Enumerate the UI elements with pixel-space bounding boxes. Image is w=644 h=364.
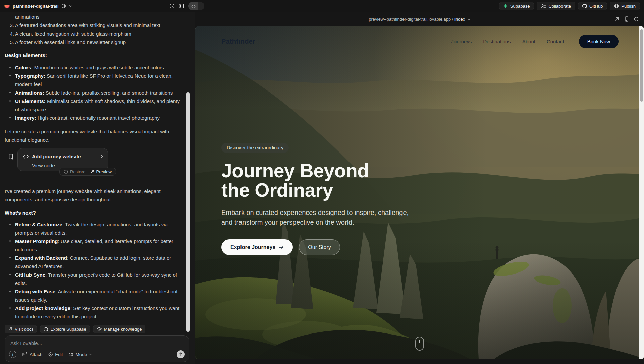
site-scrollbar-thumb[interactable] [640,29,643,102]
chat-scrollbar[interactable] [186,92,190,332]
hero-section: Discover the extraordinary Journey Beyon… [221,143,418,255]
supabase-button[interactable]: Supabase [499,2,534,10]
github-icon [582,4,587,8]
assistant-paragraph: Let me create a premium journey website … [5,127,182,144]
refresh-icon[interactable] [634,17,639,21]
chevron-down-icon [89,353,92,356]
generation-card-row: Add journey website View code Restore [5,148,182,175]
arrow-right-icon [279,245,284,249]
toggle-sidebar-icon[interactable] [179,3,184,9]
card-title: Add journey website [32,152,97,161]
explore-supabase-button[interactable]: Explore Supabase [40,325,90,333]
open-external-icon[interactable] [614,17,619,21]
list-item: 5.A footer with essential links and news… [5,38,182,46]
list-item: Master Prompting: Use clear, detailed, a… [5,237,182,254]
hero-subtitle: Embark on curated experiences designed t… [221,208,418,227]
whats-next-heading: What's next? [5,208,182,217]
preview-pane: preview--pathfinder-digital-trail.lovabl… [195,12,644,364]
mobile-view-icon[interactable] [625,16,629,22]
next-steps-list: Refine & Customize: Tweak the design, an… [5,220,182,321]
code-icon [23,155,29,159]
arrow-up-right-icon [8,327,12,331]
assistant-paragraph: I've created a premium journey website w… [5,187,182,204]
history-icon[interactable] [169,3,175,9]
manage-knowledge-button[interactable]: Manage knowledge [93,325,146,333]
chevron-right-icon [100,154,103,159]
graduation-cap-icon [97,327,102,331]
project-menu-chevron-icon[interactable] [69,4,72,8]
github-button[interactable]: GitHub [578,2,607,10]
list-item: 3.A featured destinations area with stri… [5,21,182,29]
supabase-icon [503,4,508,8]
quick-actions-row: Visit docs Explore Supabase Manage knowl… [5,325,182,333]
book-now-button[interactable]: Book Now [579,35,619,48]
restore-button[interactable]: Restore [64,168,86,176]
nav-link-about[interactable]: About [522,39,535,44]
site-scrollbar[interactable] [639,26,644,359]
design-bullet-list: Colors: Monochromatic whites and grays w… [5,63,182,122]
preview-button[interactable]: Preview [90,168,112,176]
scroll-indicator [415,337,424,351]
feature-numbered-list: 3.A featured destinations area with stri… [5,21,182,46]
list-item: Refine & Customize: Tweak the design, an… [5,220,182,237]
publish-button[interactable]: Publish [610,2,640,10]
globe-status-icon [61,4,66,8]
toggle-knob [198,2,204,10]
list-item: Typography: San-serif fonts like SF Pro … [5,72,182,88]
list-item: Expand with Backend: Connect Supabase to… [5,254,182,270]
chat-input-box[interactable]: + Attach Edit Mode [5,335,189,362]
list-item: GitHub Sync: Transfer your project's cod… [5,270,182,287]
attach-button[interactable]: Attach [22,352,42,357]
wrapped-list-line: animations [5,13,182,21]
chat-bubble-icon [44,327,48,331]
our-story-button[interactable]: Our Story [299,239,340,255]
edit-button[interactable]: Edit [48,352,63,357]
preview-urlbar: preview--pathfinder-digital-trail.lovabl… [195,12,644,26]
chevron-down-icon [468,18,471,21]
restore-preview-pill: Restore Preview [59,168,116,176]
restore-icon [64,170,68,174]
chat-transcript: animations 3.A featured destinations are… [0,12,195,364]
nav-link-contact[interactable]: Contact [547,39,564,44]
list-item: Add project knowledge: Set key context o… [5,304,182,321]
nav-link-journeys[interactable]: Journeys [451,39,472,44]
site-viewport: Pathfinder Journeys Destinations About C… [195,26,644,359]
arrow-up-icon [179,352,183,356]
site-logo[interactable]: Pathfinder [221,38,255,45]
collaborate-icon [541,4,546,8]
hero-badge: Discover the extraordinary [221,143,289,153]
scroll-wheel [419,340,420,343]
project-name[interactable]: pathfinder-digital-trail [13,4,59,9]
chat-input-toolbar: + Attach Edit Mode [9,350,185,358]
chat-pane: animations 3.A featured destinations are… [0,12,195,364]
visit-docs-button[interactable]: Visit docs [5,325,37,333]
bookmark-icon[interactable] [8,154,13,160]
mode-selector[interactable]: Mode [69,352,92,357]
explore-journeys-button[interactable]: Explore Journeys [221,239,293,255]
design-elements-heading: Design Elements: [5,51,182,59]
send-button[interactable] [177,350,185,358]
code-icon [188,2,198,10]
list-item: Debug with Ease: Activate our experiment… [5,287,182,304]
list-item: UI Elements: Minimalist cards with soft … [5,97,182,114]
chat-input[interactable] [10,339,183,347]
attach-image-icon [22,352,28,357]
list-item: 4.A clean, fixed navigation with subtle … [5,29,182,38]
lovable-heart-logo[interactable] [4,3,10,9]
site-navbar: Pathfinder Journeys Destinations About C… [195,26,639,56]
hero-title: Journey Beyond the Ordinary [221,161,418,200]
preview-url[interactable]: preview--pathfinder-digital-trail.lovabl… [195,17,644,22]
target-icon [48,352,53,357]
code-view-toggle[interactable] [188,2,204,10]
app-topbar: pathfinder-digital-trail [0,0,644,12]
collaborate-button[interactable]: Collaborate [537,2,575,10]
nav-link-destinations[interactable]: Destinations [483,39,511,44]
arrow-up-right-icon [90,170,94,174]
add-button[interactable]: + [9,351,16,358]
sliders-icon [69,352,74,356]
publish-globe-icon [614,4,619,8]
list-item: Imagery: High-contrast, emotionally reso… [5,114,182,122]
list-item: Animations: Subtle fade-ins, parallax sc… [5,88,182,97]
list-item: Colors: Monochromatic whites and grays w… [5,63,182,72]
